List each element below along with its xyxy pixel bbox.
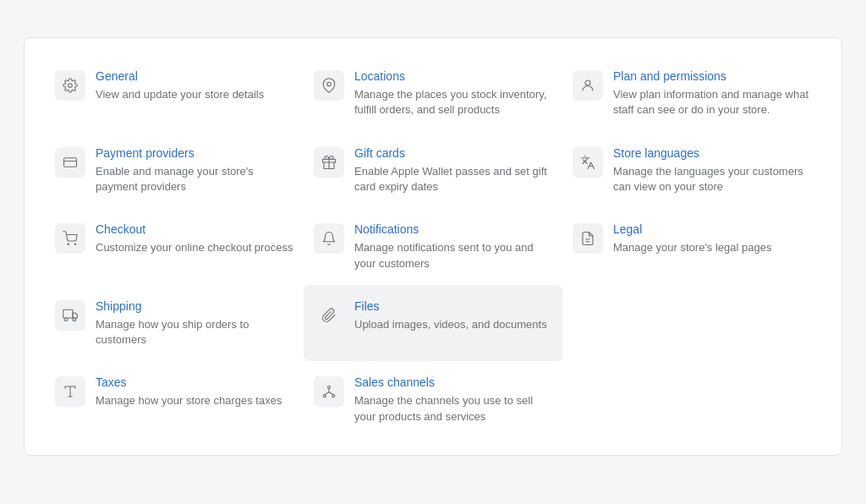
item-title-plan-permissions: Plan and permissions <box>613 68 811 84</box>
item-content-plan-permissions: Plan and permissions View plan informati… <box>613 68 811 118</box>
svg-point-0 <box>69 84 73 88</box>
item-title-store-languages: Store languages <box>613 145 811 161</box>
empty-cell <box>562 285 821 362</box>
setting-item-sales-channels[interactable]: Sales channels Manage the channels you u… <box>304 361 562 438</box>
location-icon <box>314 70 344 101</box>
item-title-gift-cards: Gift cards <box>354 145 552 161</box>
item-title-sales-channels: Sales channels <box>354 375 552 390</box>
item-title-files: Files <box>354 299 552 314</box>
item-desc-notifications: Manage notifications sent to you and you… <box>354 240 552 271</box>
profile-icon <box>573 70 603 101</box>
payment-icon <box>55 147 85 178</box>
gear-icon <box>55 70 85 101</box>
item-desc-files: Upload images, videos, and documents <box>354 317 552 332</box>
paperclip-icon <box>314 300 344 331</box>
item-title-notifications: Notifications <box>354 222 552 237</box>
item-desc-store-languages: Manage the languages your customers can … <box>613 164 811 194</box>
item-content-gift-cards: Gift cards Enable Apple Wallet passes an… <box>354 145 552 195</box>
item-desc-locations: Manage the places you stock inventory, f… <box>354 87 552 118</box>
cart-icon <box>55 223 85 254</box>
item-desc-taxes: Manage how your store charges taxes <box>96 393 293 408</box>
svg-line-22 <box>329 392 333 395</box>
svg-point-2 <box>585 80 590 85</box>
item-content-shipping: Shipping Manage how you ship orders to c… <box>96 299 293 348</box>
item-content-files: Files Upload images, videos, and documen… <box>354 299 552 332</box>
item-content-locations: Locations Manage the places you stock in… <box>354 68 552 118</box>
settings-card: General View and update your store detai… <box>24 37 842 456</box>
settings-grid: General View and update your store detai… <box>45 55 821 438</box>
empty-cell <box>562 361 821 438</box>
setting-item-gift-cards[interactable]: Gift cards Enable Apple Wallet passes an… <box>304 132 562 209</box>
item-title-taxes: Taxes <box>96 375 293 390</box>
svg-rect-11 <box>63 310 73 318</box>
setting-item-notifications[interactable]: Notifications Manage notifications sent … <box>304 208 562 285</box>
setting-item-shipping[interactable]: Shipping Manage how you ship orders to c… <box>45 285 304 362</box>
svg-point-1 <box>327 82 332 86</box>
item-title-legal: Legal <box>613 222 811 237</box>
svg-point-7 <box>68 244 69 245</box>
translate-icon <box>573 147 603 178</box>
setting-item-general[interactable]: General View and update your store detai… <box>45 55 304 132</box>
item-title-checkout: Checkout <box>96 222 293 237</box>
hierarchy-icon <box>314 376 344 407</box>
svg-rect-3 <box>64 157 77 167</box>
item-desc-sales-channels: Manage the channels you use to sell your… <box>354 393 552 424</box>
setting-item-store-languages[interactable]: Store languages Manage the languages you… <box>562 132 821 209</box>
item-title-locations: Locations <box>354 68 552 84</box>
svg-point-13 <box>64 318 68 321</box>
setting-item-legal[interactable]: Legal Manage your store's legal pages <box>562 208 821 285</box>
item-content-store-languages: Store languages Manage the languages you… <box>613 145 811 195</box>
item-title-shipping: Shipping <box>96 299 293 314</box>
gift-icon <box>314 147 344 178</box>
item-title-general: General <box>96 68 293 84</box>
item-content-legal: Legal Manage your store's legal pages <box>613 222 811 255</box>
item-content-sales-channels: Sales channels Manage the channels you u… <box>354 375 552 425</box>
setting-item-checkout[interactable]: Checkout Customize your online checkout … <box>45 208 304 285</box>
svg-line-21 <box>325 392 329 395</box>
item-desc-shipping: Manage how you ship orders to customers <box>96 317 293 348</box>
document-icon <box>573 223 603 254</box>
item-desc-gift-cards: Enable Apple Wallet passes and set gift … <box>354 164 552 194</box>
item-desc-general: View and update your store details <box>96 87 293 102</box>
setting-item-payment-providers[interactable]: Payment providers Enable and manage your… <box>45 132 304 209</box>
truck-icon <box>55 300 85 331</box>
item-desc-payment-providers: Enable and manage your store's payment p… <box>96 164 293 194</box>
bell-icon <box>314 223 344 254</box>
setting-item-taxes[interactable]: Taxes Manage how your store charges taxe… <box>45 361 304 438</box>
item-content-checkout: Checkout Customize your online checkout … <box>96 222 293 255</box>
setting-item-plan-permissions[interactable]: Plan and permissions View plan informati… <box>562 55 821 132</box>
item-content-notifications: Notifications Manage notifications sent … <box>354 222 552 271</box>
item-desc-checkout: Customize your online checkout process <box>96 240 293 255</box>
svg-point-14 <box>73 318 76 321</box>
svg-marker-12 <box>73 313 77 318</box>
item-content-general: General View and update your store detai… <box>96 68 293 102</box>
item-content-payment-providers: Payment providers Enable and manage your… <box>96 145 293 195</box>
setting-item-locations[interactable]: Locations Manage the places you stock in… <box>304 55 562 132</box>
receipt-icon <box>55 376 85 407</box>
item-content-taxes: Taxes Manage how your store charges taxe… <box>96 375 293 408</box>
item-title-payment-providers: Payment providers <box>96 145 293 161</box>
setting-item-files[interactable]: Files Upload images, videos, and documen… <box>304 285 562 362</box>
item-desc-plan-permissions: View plan information and manage what st… <box>613 87 811 118</box>
svg-point-8 <box>74 244 76 245</box>
item-desc-legal: Manage your store's legal pages <box>613 240 811 255</box>
